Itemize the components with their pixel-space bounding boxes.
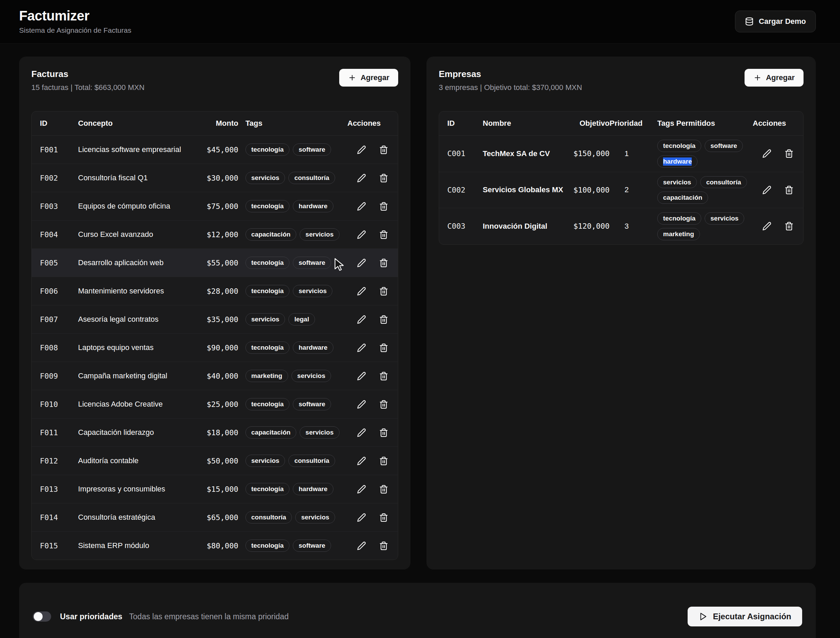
invoice-row[interactable]: F009 Campaña marketing digital $40,000 m… [32, 362, 398, 390]
invoice-row[interactable]: F010 Licencias Adobe Creative $25,000 te… [32, 390, 398, 418]
trash-icon [379, 315, 388, 324]
edit-company-button[interactable] [762, 185, 772, 194]
invoice-actions [347, 230, 390, 239]
delete-company-button[interactable] [785, 149, 794, 158]
invoice-amount: $25,000 [191, 400, 238, 409]
invoice-row[interactable]: F006 Mantenimiento servidores $28,000 te… [32, 277, 398, 305]
invoice-tags: tecnologíahardware [238, 200, 347, 212]
edit-invoice-button[interactable] [357, 428, 366, 437]
delete-invoice-button[interactable] [379, 202, 388, 211]
play-icon [699, 612, 707, 621]
invoice-actions [347, 287, 390, 296]
edit-invoice-button[interactable] [357, 287, 366, 296]
invoice-actions [347, 174, 390, 183]
edit-company-button[interactable] [762, 221, 772, 231]
delete-invoice-button[interactable] [379, 145, 388, 155]
invoice-tags: servicioslegal [238, 313, 347, 325]
delete-invoice-button[interactable] [379, 315, 388, 324]
trash-icon [379, 371, 388, 381]
add-invoice-button[interactable]: Agregar [339, 69, 398, 87]
delete-invoice-button[interactable] [379, 541, 388, 550]
invoice-row[interactable]: F001 Licencias software empresarial $45,… [32, 136, 398, 164]
invoice-tags: tecnologíasoftware [238, 257, 347, 269]
invoice-row[interactable]: F004 Curso Excel avanzado $12,000 capaci… [32, 221, 398, 249]
invoice-row[interactable]: F003 Equipos de cómputo oficina $75,000 … [32, 192, 398, 221]
edit-invoice-button[interactable] [357, 400, 366, 409]
delete-invoice-button[interactable] [379, 485, 388, 494]
app-title: Factumizer [19, 8, 131, 23]
delete-invoice-button[interactable] [379, 400, 388, 409]
edit-invoice-button[interactable] [357, 371, 366, 381]
invoice-row[interactable]: F005 Desarrollo aplicación web $55,000 t… [32, 249, 398, 277]
tag-pill: servicios [657, 176, 697, 188]
edit-invoice-button[interactable] [357, 513, 366, 522]
delete-invoice-button[interactable] [379, 428, 388, 437]
run-assignment-button[interactable]: Ejecutar Asignación [688, 606, 802, 626]
edit-company-button[interactable] [762, 149, 772, 158]
invoice-row[interactable]: F007 Asesoría legal contratos $35,000 se… [32, 305, 398, 334]
tag-pill: marketing [657, 228, 700, 240]
edit-invoice-button[interactable] [357, 174, 366, 183]
edit-invoice-button[interactable] [357, 541, 366, 550]
load-demo-label: Cargar Demo [759, 17, 806, 26]
facturas-table-header: ID Concepto Monto Tags Acciones [32, 111, 398, 136]
company-row[interactable]: C002 Servicios Globales MX $100,000 2 se… [439, 172, 803, 208]
tag-pill: hardware [293, 483, 333, 495]
load-demo-button[interactable]: Cargar Demo [735, 11, 816, 32]
tag-pill: capacitación [245, 228, 296, 241]
facturas-panel: Facturas 15 facturas | Total: $663,000 M… [19, 57, 410, 570]
edit-invoice-button[interactable] [357, 202, 366, 211]
delete-invoice-button[interactable] [379, 230, 388, 239]
delete-invoice-button[interactable] [379, 513, 388, 522]
invoice-row[interactable]: F012 Auditoría contable $50,000 servicio… [32, 447, 398, 475]
add-company-button[interactable]: Agregar [745, 69, 804, 87]
trash-icon [379, 456, 388, 466]
delete-invoice-button[interactable] [379, 287, 388, 296]
tag-pill: servicios [245, 313, 285, 325]
delete-company-button[interactable] [785, 221, 794, 231]
trash-icon [379, 485, 388, 494]
edit-invoice-button[interactable] [357, 456, 366, 466]
delete-invoice-button[interactable] [379, 174, 388, 183]
invoice-id: F003 [40, 202, 78, 211]
tag-pill: hardware [657, 155, 698, 168]
invoice-concept: Curso Excel avanzado [78, 230, 191, 239]
delete-invoice-button[interactable] [379, 258, 388, 267]
toggle-knob [34, 612, 43, 621]
empresas-rows: C001 TechMex SA de CV $150,000 1 tecnolo… [439, 136, 803, 244]
edit-invoice-button[interactable] [357, 315, 366, 324]
company-row[interactable]: C001 TechMex SA de CV $150,000 1 tecnolo… [439, 136, 803, 172]
invoice-row[interactable]: F013 Impresoras y consumibles $15,000 te… [32, 475, 398, 504]
company-row[interactable]: C003 Innovación Digital $120,000 3 tecno… [439, 208, 803, 244]
trash-icon [379, 145, 388, 155]
col-header-prioridad: Prioridad [609, 119, 652, 128]
invoice-row[interactable]: F002 Consultoría fiscal Q1 $30,000 servi… [32, 164, 398, 192]
delete-invoice-button[interactable] [379, 371, 388, 381]
invoice-amount: $50,000 [191, 457, 238, 465]
use-priorities-toggle[interactable] [33, 611, 51, 622]
delete-invoice-button[interactable] [379, 343, 388, 352]
invoice-amount: $15,000 [191, 485, 238, 493]
edit-invoice-button[interactable] [357, 485, 366, 494]
invoice-row[interactable]: F008 Laptops equipo ventas $90,000 tecno… [32, 334, 398, 362]
empresas-panel-head: Empresas 3 empresas | Objetivo total: $3… [439, 69, 804, 92]
col-header-objetivo: Objetivo [566, 119, 609, 128]
invoice-row[interactable]: F014 Consultoría estratégica $65,000 con… [32, 504, 398, 532]
edit-invoice-button[interactable] [357, 230, 366, 239]
delete-invoice-button[interactable] [379, 456, 388, 466]
trash-icon [379, 428, 388, 437]
invoice-row[interactable]: F015 Sistema ERP módulo $80,000 tecnolog… [32, 532, 398, 560]
pencil-icon [357, 371, 366, 381]
delete-company-button[interactable] [785, 185, 794, 194]
company-target: $120,000 [566, 222, 609, 231]
invoice-actions [347, 315, 390, 324]
edit-invoice-button[interactable] [357, 343, 366, 352]
company-name: Innovación Digital [483, 222, 566, 231]
invoice-actions [347, 400, 390, 409]
edit-invoice-button[interactable] [357, 145, 366, 155]
tag-pill: software [705, 140, 743, 152]
invoice-concept: Mantenimiento servidores [78, 287, 191, 295]
tag-pill: servicios [300, 228, 339, 241]
invoice-row[interactable]: F011 Capacitación liderazgo $18,000 capa… [32, 418, 398, 447]
edit-invoice-button[interactable] [357, 258, 366, 267]
